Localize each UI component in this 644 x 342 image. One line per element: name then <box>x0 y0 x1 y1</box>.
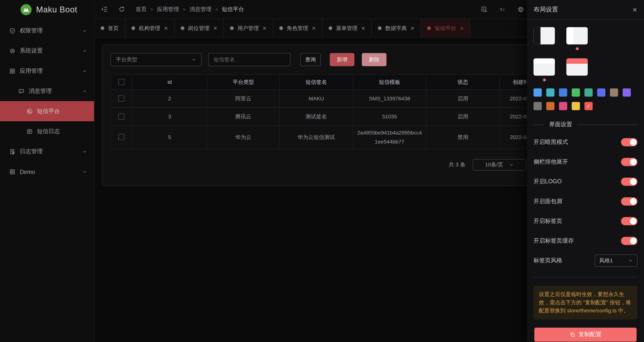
tab-org[interactable]: 机构管理 ✕ <box>125 19 174 38</box>
color-swatch[interactable]: ✓ <box>559 102 567 110</box>
color-swatch[interactable]: ✓ <box>623 88 631 97</box>
theme-thumb-light-header[interactable] <box>534 58 555 76</box>
sidebar-theme-selection <box>534 45 637 52</box>
globe-icon[interactable] <box>518 6 524 13</box>
close-icon[interactable]: ✕ <box>632 6 638 13</box>
platform-type-select[interactable]: 平台类型 <box>110 53 202 66</box>
sidebar-collapse-icon[interactable] <box>101 6 108 13</box>
select-all-header <box>111 75 132 90</box>
sidebar-menu: 权限管理 系统设置 应用管理 <box>0 21 94 182</box>
chevron-down-icon <box>82 169 87 174</box>
copy-config-button[interactable]: 复制配置 <box>534 327 637 342</box>
tabs-toggle[interactable] <box>621 217 638 225</box>
sidebar-item-log[interactable]: 日志管理 <box>0 141 94 162</box>
row-checkbox[interactable] <box>118 95 124 102</box>
phone-circle-icon <box>26 108 33 114</box>
sidebar-item-demo[interactable]: Demo <box>0 162 94 182</box>
setting-dark-mode: 开启暗黑模式 <box>534 132 637 152</box>
col-sign: 短信签名 <box>280 75 353 90</box>
refresh-icon[interactable] <box>119 6 125 12</box>
breadcrumb-toggle[interactable] <box>621 197 638 206</box>
cell-template: 51035 <box>353 108 426 126</box>
sidebar: Maku Boot 权限管理 系统设置 <box>0 0 94 342</box>
interface-settings-title: 界面设置 <box>549 121 572 128</box>
color-swatch[interactable]: ✓ <box>534 88 542 97</box>
close-icon[interactable]: ✕ <box>460 26 464 31</box>
app-title: Maku Boot <box>36 5 77 14</box>
sms-sign-input[interactable]: 短信签名 <box>208 53 290 66</box>
close-icon[interactable]: ✕ <box>361 26 365 31</box>
col-template: 短信模板 <box>353 75 426 90</box>
logo-toggle[interactable] <box>621 178 638 186</box>
cell-sign: MAKU <box>280 90 353 108</box>
add-button[interactable]: 新增 <box>330 53 354 66</box>
tab-user[interactable]: 用户管理 ✕ <box>224 19 273 38</box>
color-swatch[interactable]: ✓ <box>559 88 567 97</box>
tab-dot-icon <box>181 26 184 30</box>
close-icon[interactable]: ✕ <box>410 26 414 31</box>
settings-notice: 设置之后仅是临时生效，要想永久生效，需点击下方的 "复制配置" 按钮，将配置替换… <box>534 286 637 319</box>
delete-button[interactable]: 删除 <box>362 53 386 66</box>
select-all-checkbox[interactable] <box>118 79 124 85</box>
sidebar-item-sms-platform[interactable]: 短信平台 <box>0 101 94 121</box>
font-size-icon[interactable]: TT <box>499 6 506 13</box>
breadcrumb: 首页 > 应用管理 > 消息管理 > 短信平台 <box>136 6 244 13</box>
drawer-body: ✓ ✓ ✓ ✓ ✓ ✓ ✓ ✓ ✓ ✓ ✓ ✓ ✓ 界面设置 <box>527 27 644 342</box>
cell-template: SMS_133976438 <box>353 90 426 108</box>
color-swatch[interactable]: ✓ <box>546 102 554 110</box>
color-swatch[interactable]: ✓ <box>610 88 618 97</box>
breadcrumb-home[interactable]: 首页 <box>136 6 146 13</box>
tab-style-select[interactable]: 风格1 <box>595 254 638 267</box>
tab-dot-icon <box>101 26 104 30</box>
theme-thumb-dark-sidebar[interactable] <box>534 27 555 45</box>
tab-home[interactable]: 首页 <box>94 19 125 38</box>
sidebar-item-sms-log[interactable]: 短信日志 <box>0 121 94 141</box>
color-swatch[interactable]: ✓ <box>546 88 554 97</box>
cell-status: 启用 <box>426 108 500 126</box>
sidebar-item-message[interactable]: 消息管理 <box>0 81 94 101</box>
cell-status: 禁用 <box>426 126 500 149</box>
svg-text:T: T <box>503 8 505 12</box>
row-checkbox[interactable] <box>118 114 124 120</box>
tab-menu[interactable]: 菜单管理 ✕ <box>322 19 372 38</box>
table-row: 5 华为云 华为云短信测试 2a4855be941b4a2895bcc41ee5… <box>111 126 547 149</box>
doc-check-icon <box>9 148 16 155</box>
row-checkbox[interactable] <box>118 134 124 140</box>
list-card-icon <box>26 128 33 135</box>
close-icon[interactable]: ✕ <box>213 26 217 31</box>
sms-platform-table: id 平台类型 短信签名 短信模板 状态 创建时间 2 阿里云 MAKU SM <box>110 75 548 149</box>
color-swatch[interactable]: ✓ <box>572 102 580 110</box>
tab-role[interactable]: 角色管理 ✕ <box>273 19 322 38</box>
color-swatch[interactable]: ✓ <box>584 102 593 110</box>
page-size-select[interactable]: 10条/页 <box>473 159 526 171</box>
tab-dict[interactable]: 数据字典 ✕ <box>372 19 421 38</box>
color-swatch[interactable]: ✓ <box>584 88 593 97</box>
header-theme-options <box>534 58 637 76</box>
theme-thumb-light-sidebar[interactable] <box>566 27 588 45</box>
translate-icon[interactable]: A中 <box>481 6 488 13</box>
chevron-up-icon <box>82 89 87 93</box>
color-swatch[interactable]: ✓ <box>597 88 606 97</box>
close-icon[interactable]: ✕ <box>262 26 267 31</box>
close-icon[interactable]: ✕ <box>164 26 168 31</box>
query-button[interactable]: 查询 <box>300 53 321 66</box>
tab-post[interactable]: 岗位管理 ✕ <box>174 19 224 38</box>
tabs-cache-toggle[interactable] <box>621 237 638 245</box>
color-swatch[interactable]: ✓ <box>534 102 542 110</box>
topbar-actions: A中 TT <box>481 0 524 19</box>
theme-thumb-red-header[interactable] <box>566 58 588 76</box>
tab-sms-platform[interactable]: 短信平台 ✕ <box>421 19 470 38</box>
sidebar-item-application[interactable]: 应用管理 <box>0 61 94 81</box>
cell-platform: 阿里云 <box>207 90 280 108</box>
tab-dot-icon <box>378 26 382 30</box>
dark-mode-toggle[interactable] <box>621 138 638 146</box>
sidebar-accordion-toggle[interactable] <box>621 158 638 166</box>
breadcrumb-message[interactable]: 消息管理 <box>189 6 212 13</box>
sidebar-item-permission[interactable]: 权限管理 <box>0 21 94 41</box>
color-swatch[interactable]: ✓ <box>572 88 580 97</box>
breadcrumb-application[interactable]: 应用管理 <box>157 6 179 13</box>
copy-icon <box>570 332 575 337</box>
close-icon[interactable]: ✕ <box>312 26 316 31</box>
chevron-down-icon <box>628 258 633 263</box>
sidebar-item-system[interactable]: 系统设置 <box>0 41 94 61</box>
